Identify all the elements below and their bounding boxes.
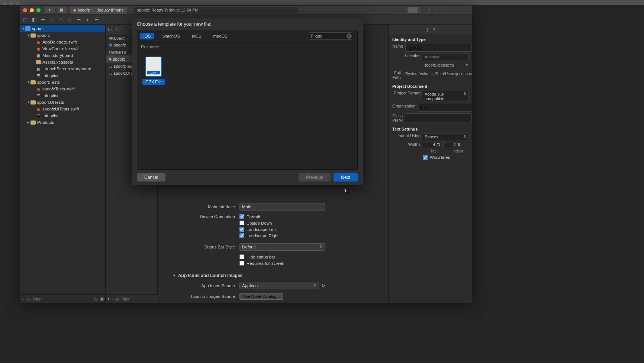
fullpath-label: Full Path — [392, 71, 403, 80]
tab-macos[interactable]: macOS — [210, 33, 231, 39]
tab-watchos[interactable]: watchOS — [159, 33, 183, 39]
tree-file[interactable]: ▦Main.storyboard — [20, 52, 105, 59]
toggle-debug-button[interactable] — [447, 7, 457, 13]
name-field[interactable] — [405, 44, 472, 52]
scheme-selector[interactable]: ◆ spoofz 〉 Jeauxy iPhone — [70, 7, 127, 14]
tree-file[interactable]: ◉ViewController.swift — [20, 45, 105, 52]
organization-field[interactable] — [418, 104, 472, 112]
tree-label: Assets.xcassets — [42, 60, 73, 64]
tab-width-stepper[interactable]: ⇅ — [423, 142, 440, 147]
tree-file[interactable]: ▦LaunchScreen.storyboard — [20, 65, 105, 72]
previous-button[interactable]: Previous — [299, 173, 331, 182]
clear-search-button[interactable]: ✕ — [347, 33, 352, 39]
outline-toggle-icon[interactable]: ▢ — [108, 27, 112, 32]
project-format-label: Project Format — [392, 91, 423, 102]
tree-file[interactable]: ◉spoofzTests.swift — [20, 86, 105, 92]
run-button[interactable] — [45, 7, 55, 13]
xcodeproj-icon — [25, 26, 30, 31]
organization-label: Organization — [392, 104, 418, 112]
location-select[interactable]: Absolute — [423, 54, 468, 60]
scm-status-icon[interactable]: ▣ — [100, 296, 104, 302]
test-nav-icon[interactable]: ◇ — [67, 17, 73, 23]
statusbar-style-label: Status Bar Style — [173, 245, 239, 249]
tree-file[interactable]: ☰Info.plist — [20, 112, 105, 119]
standard-editor-button[interactable] — [396, 7, 406, 13]
version-editor-button[interactable] — [419, 7, 430, 13]
breakpoint-nav-icon[interactable]: ▸ — [85, 17, 91, 23]
stop-button[interactable] — [57, 7, 67, 13]
tree-file[interactable]: ☰Info.plist — [20, 92, 105, 99]
tree-file[interactable]: ◉spoofzUITests.swift — [20, 106, 105, 112]
hide-status-bar-checkbox[interactable]: Hide status bar — [239, 254, 325, 259]
app-icons-source-select[interactable]: AppIcon⇅ — [239, 282, 319, 289]
cancel-button[interactable]: Cancel — [137, 173, 165, 182]
location-filename: spoofz.xcodeproj — [423, 62, 466, 69]
wrap-lines-checkbox[interactable]: Wrap lines — [423, 155, 450, 160]
folder-icon — [30, 33, 36, 38]
remove-target-button[interactable]: − — [111, 296, 114, 302]
tree-group[interactable]: ▶Products — [20, 119, 105, 126]
tree-file[interactable]: Assets.xcassets — [20, 59, 105, 65]
orientation-upside-down[interactable]: Upside Down — [239, 221, 325, 225]
assets-icon — [36, 60, 41, 64]
orientation-portrait[interactable]: Portrait — [239, 214, 325, 219]
use-asset-catalog-button[interactable]: Use Asset Catalog... — [239, 293, 283, 300]
tab-ios[interactable]: iOS — [140, 33, 154, 39]
project-root[interactable]: ▼ spoofz — [20, 25, 105, 32]
minimize-icon[interactable] — [30, 8, 34, 12]
filter-icon[interactable]: ◎ — [115, 296, 119, 302]
requires-full-screen-checkbox[interactable]: Requires full screen — [239, 261, 325, 266]
filter-scope-icon[interactable]: ◎ — [27, 296, 30, 302]
toggle-navigator-button[interactable] — [435, 7, 445, 13]
main-interface-select[interactable]: Main⌄ — [239, 203, 325, 211]
new-file-template-dialog: Choose a template for your new file: iOS… — [132, 18, 363, 185]
statusbar-style-select[interactable]: Default⇅ — [239, 243, 325, 251]
debug-nav-icon[interactable]: ☰ — [76, 17, 82, 23]
reload-icon[interactable]: ↻ — [321, 283, 325, 288]
symbol-nav-icon[interactable]: ☰ — [40, 17, 46, 23]
next-button[interactable]: Next — [334, 173, 358, 182]
issue-nav-icon[interactable]: ⚠ — [58, 17, 64, 23]
orientation-landscape-left[interactable]: Landscape Left — [239, 227, 325, 232]
orientation-landscape-right[interactable]: Landscape Right — [239, 233, 325, 238]
quick-help-icon[interactable]: ? — [432, 27, 435, 32]
app-target-icon: ◆ — [109, 57, 112, 61]
find-nav-icon[interactable]: ⚲ — [49, 17, 55, 23]
search-icon: ⦿ — [309, 33, 314, 39]
template-gpx-file[interactable]: GPX File — [142, 57, 165, 85]
tree-group[interactable]: ▼spoofzTests — [20, 79, 105, 86]
template-search-input[interactable] — [315, 34, 345, 38]
zoom-icon[interactable] — [36, 8, 41, 12]
folder-picker-icon[interactable]: ▸ — [466, 62, 468, 69]
add-target-button[interactable]: + — [107, 296, 110, 302]
tree-file[interactable]: ☰Info.plist — [20, 72, 105, 79]
navigator-filter-input[interactable] — [33, 297, 91, 301]
file-inspector-icon[interactable]: ▯ — [425, 27, 428, 32]
indent-width-stepper[interactable]: ⇅ — [443, 142, 461, 147]
tab-tvos[interactable]: tvOS — [189, 33, 205, 39]
app-icons-section-header[interactable]: ▼App Icons and Launch Images — [173, 273, 373, 278]
clock-icon[interactable]: ◷ — [94, 296, 97, 302]
project-format-select[interactable]: Xcode 9.3-compatible⇅ — [423, 91, 468, 102]
add-button[interactable]: + — [22, 296, 25, 302]
swift-icon: ◉ — [36, 46, 41, 51]
source-control-nav-icon[interactable]: ◧ — [31, 17, 37, 23]
tree-group[interactable]: ▼spoofzUITests — [20, 99, 105, 106]
tree-file[interactable]: ◉AppDelegate.swift — [20, 39, 105, 45]
assistant-editor-button[interactable] — [408, 7, 418, 13]
class-prefix-field[interactable] — [405, 113, 471, 122]
indent-using-select[interactable]: Spaces⇅ — [423, 134, 468, 140]
stepper-icon[interactable]: ⇅ — [457, 142, 461, 147]
traffic-lights[interactable] — [23, 8, 41, 12]
toggle-inspector-button[interactable] — [459, 7, 469, 13]
close-icon[interactable] — [23, 8, 27, 12]
stepper-icon[interactable]: ⇅ — [437, 142, 440, 147]
tree-group[interactable]: ▼spoofz — [20, 32, 105, 39]
tab-sublabel: Tab — [423, 149, 444, 153]
cursor-icon: ↖ — [345, 189, 350, 196]
template-search[interactable]: ⦿ ✕ — [307, 32, 354, 40]
tree-label: spoofzUITests.swift — [42, 107, 79, 111]
project-nav-icon[interactable]: ▢ — [22, 17, 28, 23]
report-nav-icon[interactable]: ☰ — [94, 17, 100, 23]
tree-label: spoofzTests — [37, 80, 60, 84]
